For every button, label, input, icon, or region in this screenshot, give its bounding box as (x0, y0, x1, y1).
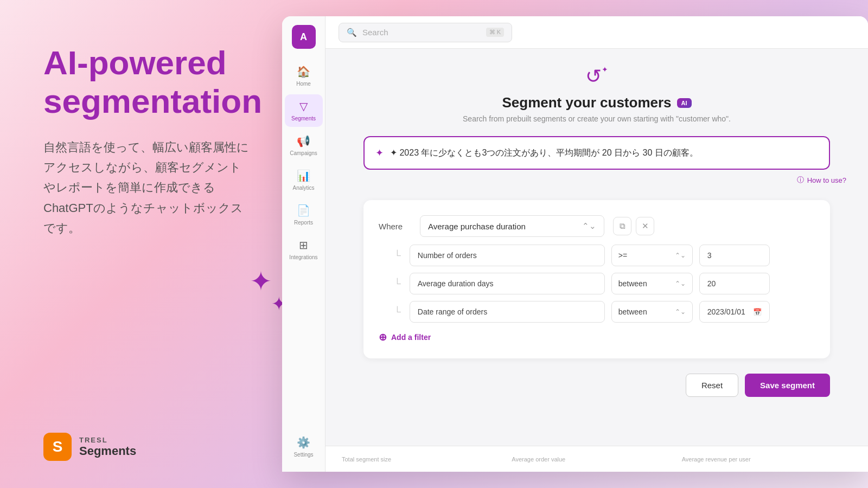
copy-icon: ⧉ (620, 221, 626, 231)
filter-card: Where Average purchase duration ⌃⌄ ⧉ ✕ (363, 200, 830, 358)
stat-avg-revenue: Average revenue per user (682, 456, 852, 463)
stat-label-avg-revenue: Average revenue per user (682, 456, 852, 463)
sidebar-item-integrations[interactable]: ⊞ Integrations (285, 233, 323, 266)
topbar: 🔍 Search ⌘ K (326, 16, 868, 49)
copy-filter-button[interactable]: ⧉ (613, 217, 631, 235)
connector-line-1: └ (394, 250, 401, 261)
sub-op-3[interactable]: between ⌃⌄ (611, 301, 693, 323)
how-to-use-label: How to use? (807, 176, 846, 184)
sidebar-label-home: Home (296, 81, 311, 87)
remove-filter-button[interactable]: ✕ (636, 217, 654, 235)
main-field-value: Average purchase duration (428, 222, 526, 231)
chevron-updown-icon-2: ⌃⌄ (675, 280, 686, 287)
reset-button[interactable]: Reset (686, 374, 738, 397)
query-text: ✦ 2023 年に少なくとも3つの注文があり、平均期間が 20 日から 30 日… (390, 147, 818, 159)
sidebar-item-analytics[interactable]: 📊 Analytics (285, 164, 323, 196)
how-to-use-link[interactable]: ⓘ How to use? (380, 175, 846, 185)
brand-logo: S TRESL Segments (43, 433, 136, 461)
sub-val-2[interactable]: 20 (699, 273, 770, 294)
sub-val-1[interactable]: 3 (699, 245, 770, 266)
avatar: A (292, 25, 316, 49)
segment-subtitle: Search from prebuilt segments or create … (463, 114, 731, 123)
action-bar: Reset Save segment (363, 374, 830, 397)
sparkle-icon-1: ✦ (250, 266, 272, 297)
main-content: 🔍 Search ⌘ K ↺✦ Segment your customers A… (326, 16, 868, 472)
content-area: ↺✦ Segment your customers AI Search from… (326, 49, 868, 472)
sub-filter-row-3: └ Date range of orders between ⌃⌄ 2023/0… (394, 301, 815, 323)
left-panel: AI-powered segmentation 自然言語を使って、幅広い顧客属性… (0, 0, 282, 488)
help-circle-icon: ⓘ (797, 175, 804, 185)
stat-avg-order-value: Average order value (512, 456, 681, 463)
chevron-updown-icon: ⌃⌄ (582, 221, 596, 231)
sidebar-label-reports: Reports (294, 220, 313, 226)
sub-op-2[interactable]: between ⌃⌄ (611, 273, 693, 294)
main-field-select[interactable]: Average purchase duration ⌃⌄ (420, 215, 604, 237)
plus-circle-icon: ⊕ (379, 331, 387, 343)
save-segment-button[interactable]: Save segment (745, 374, 830, 397)
search-input-label: Search (362, 28, 481, 37)
brand-name-bottom: Segments (79, 444, 136, 458)
brand-name-top: TRESL (79, 436, 136, 444)
ai-badge: AI (677, 98, 692, 108)
sidebar-item-reports[interactable]: 📄 Reports (285, 198, 323, 231)
sub-field-2[interactable]: Average duration days (410, 273, 605, 294)
sub-val-3[interactable]: 2023/01/01 📅 (699, 301, 770, 323)
filter-actions: ⧉ ✕ (613, 217, 654, 235)
sidebar-item-settings[interactable]: ⚙️ Settings (285, 431, 323, 463)
sub-filter-row-2: └ Average duration days between ⌃⌄ 20 (394, 273, 815, 294)
connector-line-2: └ (394, 278, 401, 290)
connector-line-3: └ (394, 306, 401, 318)
sub-filter-row-1: └ Number of orders >= ⌃⌄ 3 (394, 245, 815, 266)
sidebar-label-analytics: Analytics (292, 185, 314, 191)
sub-field-1[interactable]: Number of orders (410, 245, 605, 266)
reports-icon: 📄 (297, 204, 310, 217)
app-window: A 🏠 Home ▽ Segments 📢 Campaigns 📊 Analyt… (282, 16, 868, 472)
stat-label-avg-order: Average order value (512, 456, 681, 463)
query-input-box[interactable]: ✦ ✦ 2023 年に少なくとも3つの注文があり、平均期間が 20 日から 30… (363, 136, 830, 170)
where-label: Where (379, 222, 411, 231)
ai-refresh-icon: ↺✦ (585, 65, 608, 88)
home-icon: 🏠 (297, 65, 310, 78)
sub-op-1[interactable]: >= ⌃⌄ (611, 245, 693, 266)
segment-header: Segment your customers AI (502, 94, 691, 111)
sidebar: A 🏠 Home ▽ Segments 📢 Campaigns 📊 Analyt… (282, 16, 326, 472)
brand-icon: S (43, 433, 72, 461)
hero-description: 自然言語を使って、幅広い顧客属性にアクセスしながら、顧客セグメントやレポートを簡… (43, 137, 250, 239)
hero-title: AI-powered segmentation (43, 43, 250, 137)
sidebar-item-segments[interactable]: ▽ Segments (285, 94, 323, 127)
stat-total-segment-size: Total segment size (342, 456, 512, 463)
close-icon: ✕ (642, 221, 649, 231)
search-icon: 🔍 (347, 28, 357, 37)
search-shortcut: ⌘ K (486, 28, 504, 37)
ai-icon-container: ↺✦ (585, 65, 608, 88)
sidebar-label-settings: Settings (293, 452, 313, 458)
chevron-updown-icon-3: ⌃⌄ (675, 308, 686, 316)
add-filter-button[interactable]: ⊕ Add a filter (379, 329, 815, 345)
sidebar-item-campaigns[interactable]: 📢 Campaigns (285, 129, 323, 162)
integrations-icon: ⊞ (299, 239, 308, 252)
segment-title: Segment your customers (502, 94, 671, 111)
settings-icon: ⚙️ (297, 436, 310, 449)
analytics-icon: 📊 (297, 169, 310, 182)
search-box[interactable]: 🔍 Search ⌘ K (339, 23, 512, 42)
query-sparkle-icon: ✦ (375, 147, 384, 159)
sidebar-item-home[interactable]: 🏠 Home (285, 60, 323, 92)
filter-main-row: Where Average purchase duration ⌃⌄ ⧉ ✕ (379, 215, 815, 237)
sidebar-label-campaigns: Campaigns (290, 150, 317, 156)
segments-icon: ▽ (299, 100, 308, 113)
calendar-icon: 📅 (753, 308, 762, 316)
campaigns-icon: 📢 (297, 134, 310, 147)
stat-label-total: Total segment size (342, 456, 512, 463)
add-filter-label: Add a filter (391, 333, 431, 342)
stats-bar: Total segment size Average order value A… (326, 446, 868, 472)
sidebar-label-segments: Segments (291, 115, 316, 121)
brand-text: TRESL Segments (79, 436, 136, 458)
chevron-updown-icon-1: ⌃⌄ (675, 252, 686, 259)
sidebar-label-integrations: Integrations (289, 254, 317, 260)
sub-field-3[interactable]: Date range of orders (410, 301, 605, 323)
